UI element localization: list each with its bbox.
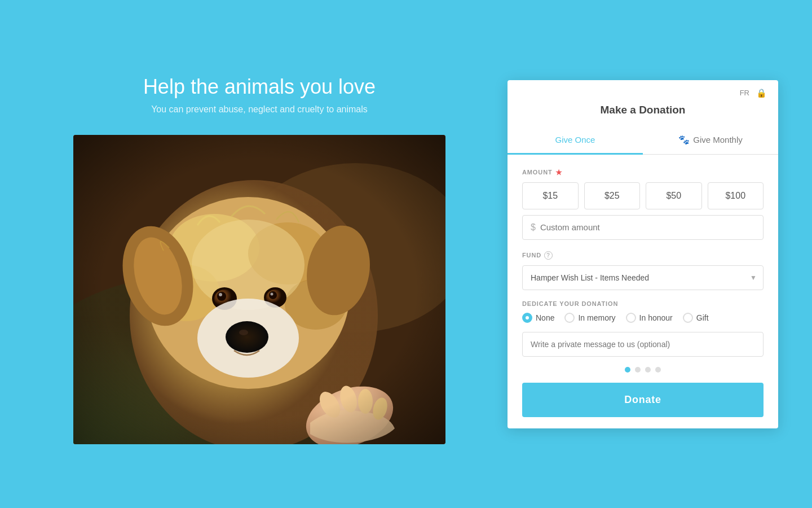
radio-in-memory[interactable]: In memory	[564, 313, 615, 323]
amount-button-50[interactable]: $50	[646, 182, 702, 209]
radio-circle-gift	[683, 313, 693, 323]
amount-buttons: $15 $25 $50 $100	[522, 182, 764, 209]
donate-button[interactable]: Donate	[522, 383, 764, 417]
radio-in-memory-label: In memory	[578, 313, 615, 322]
radio-gift[interactable]: Gift	[683, 313, 709, 323]
give-once-label: Give Once	[555, 135, 595, 144]
tab-give-monthly[interactable]: 🐾 Give Monthly	[643, 126, 778, 155]
dog-photo	[73, 135, 445, 444]
radio-group: None In memory In honour G	[522, 313, 764, 323]
radio-none[interactable]: None	[522, 313, 554, 323]
fund-select[interactable]: Hamper Wish List - Items Needed	[522, 265, 764, 290]
donation-form: FR 🔒 Make a Donation Give Once 🐾 Give Mo…	[508, 80, 778, 428]
custom-amount-row: $	[522, 215, 764, 240]
tab-bar: Give Once 🐾 Give Monthly	[508, 126, 778, 155]
subheadline: You can prevent abuse, neglect and cruel…	[143, 104, 376, 115]
headline: Help the animals you love	[143, 75, 376, 99]
dog-image-svg	[73, 135, 445, 444]
dot-2	[635, 367, 641, 373]
radio-circle-in-honour	[626, 313, 636, 323]
amount-label: AMOUNT ★	[522, 168, 764, 177]
radio-gift-label: Gift	[696, 313, 709, 322]
radio-in-honour[interactable]: In honour	[626, 313, 673, 323]
radio-circle-in-memory	[564, 313, 575, 323]
form-title: Make a Donation	[508, 102, 778, 126]
fund-select-wrap: Hamper Wish List - Items Needed ▼	[522, 265, 764, 290]
lock-icon: 🔒	[756, 88, 767, 98]
give-monthly-label: Give Monthly	[693, 135, 743, 144]
form-header: FR 🔒	[508, 80, 778, 102]
private-message-input[interactable]	[522, 332, 764, 357]
dollar-sign: $	[531, 222, 536, 233]
custom-amount-input[interactable]	[540, 222, 755, 232]
amount-button-100[interactable]: $100	[708, 182, 764, 209]
svg-rect-29	[73, 135, 445, 444]
dot-4	[655, 367, 661, 373]
dot-1	[625, 367, 630, 373]
hero-text: Help the animals you love You can preven…	[143, 64, 376, 115]
radio-circle-none	[522, 313, 532, 323]
progress-dots	[522, 367, 764, 373]
language-button[interactable]: FR	[740, 89, 749, 97]
fund-help-icon[interactable]: ?	[544, 251, 553, 260]
amount-button-15[interactable]: $15	[522, 182, 579, 209]
paw-icon: 🐾	[678, 134, 690, 145]
radio-none-label: None	[536, 313, 554, 322]
radio-in-honour-label: In honour	[639, 313, 673, 322]
tab-give-once[interactable]: Give Once	[508, 126, 643, 155]
form-body: AMOUNT ★ $15 $25 $50 $100 $ FUND ?	[508, 166, 778, 428]
dedicate-label: DEDICATE YOUR DONATION	[522, 300, 764, 307]
amount-button-25[interactable]: $25	[584, 182, 641, 209]
dot-3	[645, 367, 651, 373]
dedicate-section: DEDICATE YOUR DONATION None In memory	[522, 300, 764, 323]
required-star: ★	[555, 168, 563, 177]
fund-section: FUND ? Hamper Wish List - Items Needed ▼	[522, 251, 764, 290]
fund-label: FUND ?	[522, 251, 764, 260]
